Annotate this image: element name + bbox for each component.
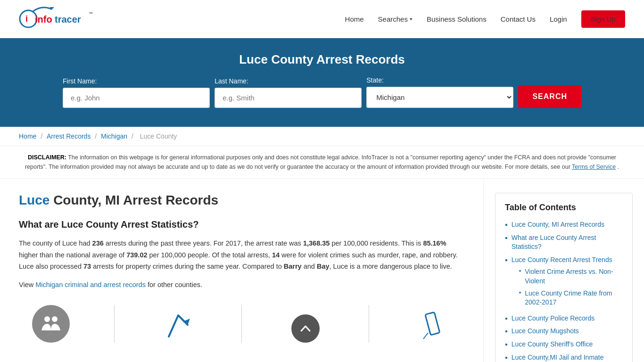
nav-home[interactable]: Home [345,15,364,23]
icon-arrow-up [146,308,210,343]
toc-sublist: Violent Crime Arrests vs. Non-Violent Lu… [519,267,623,307]
icon-divider1 [83,305,146,343]
article: Luce County, MI Arrest Records What are … [0,179,484,362]
icon-scroll-top[interactable] [273,314,337,343]
disclaimer-text: The information on this webpage is for g… [25,154,616,170]
stat-national-avg: 739.02 [126,251,147,259]
compare2: Bay [317,263,330,270]
breadcrumb-luce-county: Luce County [140,132,177,140]
last-name-group: Last Name: [215,77,362,108]
nav-searches-label[interactable]: Searches [378,15,408,23]
svg-rect-9 [425,312,439,335]
first-name-input[interactable] [63,88,210,108]
compare1: Barry [284,263,302,270]
nav-signup[interactable]: Sign Up [581,10,625,28]
article-title-rest: County, MI Arrest Records [50,193,218,207]
toc-link-7[interactable]: Luce County,MI Jail and Inmate Records [512,353,623,362]
svg-point-7 [52,316,58,322]
icon-pencil [401,308,464,343]
toc-item-1: Luce County, MI Arrest Records [505,220,623,230]
hero-section: Luce County Arrest Records First Name: L… [0,38,644,127]
toc-box: Table of Contents Luce County, MI Arrest… [495,193,633,362]
article-paragraph2: View Michigan criminal and arrest record… [19,279,464,291]
svg-line-10 [423,333,428,339]
breadcrumb-sep-3: / [132,132,135,140]
sidebar: Table of Contents Luce County, MI Arrest… [484,179,644,362]
main-container: Luce County, MI Arrest Records What are … [0,179,644,362]
toc-link-3[interactable]: Luce County Recent Arrest Trends [512,256,612,263]
disclaimer: DISCLAIMER: The information on this webp… [0,146,644,179]
stat-higher-pct: 85.16% [423,239,446,247]
people-icon [32,305,70,343]
article-title: Luce County, MI Arrest Records [19,193,464,208]
main-nav: Home Searches ▾ Business Solutions Conta… [345,10,625,28]
article-title-highlight: Luce [19,193,50,207]
svg-point-6 [44,316,50,322]
breadcrumb-sep-1: / [41,132,44,140]
breadcrumb: Home / Arrest Records / Michigan / Luce … [0,127,644,146]
toc-item-2: What are Luce County Arrest Statistics? [505,233,623,252]
toc-list: Luce County, MI Arrest Records What are … [505,220,623,362]
state-label: State: [366,76,513,84]
svg-text:info: info [35,14,52,25]
toc-item-4: Luce County Police Records [505,314,623,323]
toc-link-2[interactable]: What are Luce County Arrest Statistics? [512,233,623,252]
toc-link-1[interactable]: Luce County, MI Arrest Records [512,220,604,230]
disclaimer-label: DISCLAIMER: [28,154,66,161]
toc-sublink-1[interactable]: Violent Crime Arrests vs. Non-Violent [525,267,623,286]
disclaimer-tos-link[interactable]: Terms of Service [572,164,616,170]
state-group: State: Michigan [366,76,513,108]
toc-item-7: Luce County,MI Jail and Inmate Records [505,353,623,362]
nav-login[interactable]: Login [550,15,567,23]
stat-rate: 1,368.35 [303,239,330,247]
breadcrumb-michigan[interactable]: Michigan [101,132,127,140]
toc-item-5: Luce County Mugshots [505,327,623,336]
nav-business-solutions[interactable]: Business Solutions [427,15,487,23]
nav-searches[interactable]: Searches ▾ [378,15,413,23]
toc-heading: Table of Contents [505,203,623,213]
hero-title: Luce County Arrest Records [19,52,625,67]
section1-heading: What are Luce County Arrest Statistics? [19,219,464,230]
search-button[interactable]: SEARCH [518,85,581,108]
disclaimer-period: . [618,164,619,170]
breadcrumb-home[interactable]: Home [19,132,36,140]
article-paragraph1: The county of Luce had 236 arrests durin… [19,238,464,272]
nav-contact-us[interactable]: Contact Us [501,15,536,23]
paragraph2-suffix: for other counties. [146,281,202,288]
icon-divider3 [337,305,401,343]
svg-marker-8 [183,319,190,325]
svg-text:™: ™ [89,11,93,16]
toc-subitem-2: Luce County Crime Rate from 2002-2017 [519,289,623,307]
breadcrumb-arrest-records[interactable]: Arrest Records [47,132,91,140]
state-select[interactable]: Michigan [366,87,513,108]
icon-people [19,305,83,343]
last-name-label: Last Name: [215,77,362,85]
chevron-down-icon: ▾ [410,16,413,22]
toc-link-5[interactable]: Luce County Mugshots [512,327,579,336]
svg-point-0 [20,10,37,27]
toc-item-6: Luce County Sheriff's Office [505,340,623,349]
stat-violent-crimes: 14 [272,251,280,259]
svg-text:tracer: tracer [55,14,81,25]
paragraph2-prefix: View [19,281,35,288]
toc-link-6[interactable]: Luce County Sheriff's Office [512,340,593,349]
svg-text:i: i [25,14,28,24]
header: i info tracer ™ Home Searches ▾ Business… [0,0,644,38]
stat-arrests: 236 [92,239,104,247]
toc-link-4[interactable]: Luce County Police Records [512,314,595,323]
icons-row [19,300,464,343]
toc-sublink-2[interactable]: Luce County Crime Rate from 2002-2017 [525,289,623,307]
michigan-records-link[interactable]: Michigan criminal and arrest records [35,281,146,288]
logo[interactable]: i info tracer ™ [19,5,94,33]
scroll-top-button[interactable] [291,314,320,343]
first-name-label: First Name: [63,77,210,85]
toc-subitem-1: Violent Crime Arrests vs. Non-Violent [519,267,623,286]
search-form: First Name: Last Name: State: Michigan S… [63,76,581,108]
breadcrumb-sep-2: / [95,132,99,140]
stat-property-crimes: 73 [83,263,91,270]
last-name-input[interactable] [215,88,362,108]
first-name-group: First Name: [63,77,210,108]
toc-item-3: Luce County Recent Arrest Trends Violent… [505,255,623,310]
icon-divider2 [210,305,273,343]
